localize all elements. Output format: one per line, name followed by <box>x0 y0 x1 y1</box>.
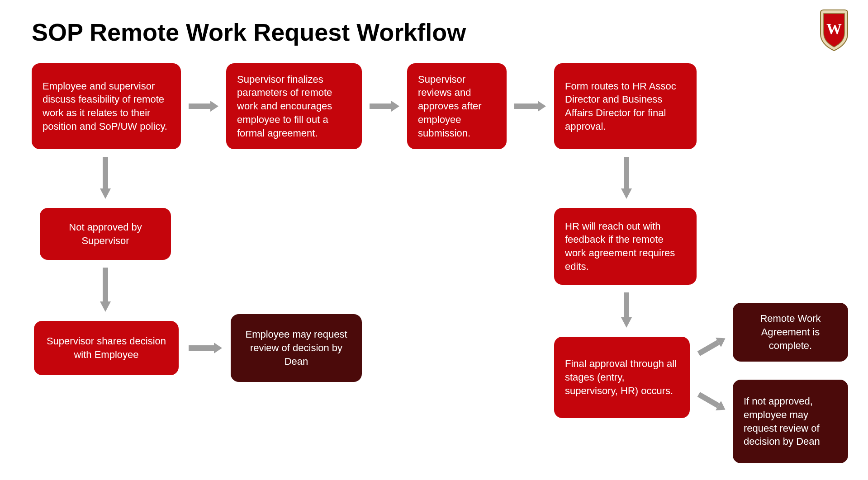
page-title: SOP Remote Work Request Workflow <box>32 18 466 46</box>
uw-crest-logo: W <box>818 9 850 52</box>
step-not-approved-review: If not approved, employee may request re… <box>733 380 848 463</box>
box-text: Supervisor reviews and approves after em… <box>418 73 496 140</box>
step-routes-to-hr: Form routes to HR Assoc Director and Bus… <box>554 63 697 149</box>
box-text: HR will reach out with feedback if the r… <box>565 220 686 273</box>
box-text: Supervisor shares decision with Employee <box>45 334 168 361</box>
svg-rect-9 <box>697 392 720 408</box>
arrow-diagonal-down-icon <box>694 389 730 416</box>
svg-rect-3 <box>103 157 108 188</box>
arrow-down-icon <box>96 156 114 201</box>
arrow-down-icon <box>617 156 636 201</box>
box-text: Not approved by Supervisor <box>51 221 160 247</box>
step-agreement-complete: Remote Work Agreement is complete. <box>733 303 848 362</box>
step-request-review-dean: Employee may request review of decision … <box>231 314 362 382</box>
arrow-right-icon <box>513 97 547 115</box>
arrow-right-icon <box>188 97 219 115</box>
step-finalize-parameters: Supervisor finalizes parameters of remot… <box>226 63 362 149</box>
logo-letter: W <box>826 20 842 37</box>
box-text: Employee and supervisor discuss feasibil… <box>43 80 170 133</box>
box-text: Form routes to HR Assoc Director and Bus… <box>565 80 686 133</box>
box-text: Employee may request review of decision … <box>242 328 351 368</box>
step-discuss-feasibility: Employee and supervisor discuss feasibil… <box>32 63 181 149</box>
svg-rect-0 <box>189 104 210 109</box>
box-text: Supervisor finalizes parameters of remot… <box>237 73 351 140</box>
step-supervisor-reviews: Supervisor reviews and approves after em… <box>407 63 507 149</box>
arrow-down-icon <box>617 292 636 330</box>
svg-rect-6 <box>624 157 629 188</box>
svg-rect-7 <box>624 292 629 317</box>
arrow-right-icon <box>369 97 400 115</box>
svg-rect-5 <box>189 345 214 351</box>
step-final-approval: Final approval through all stages (entry… <box>554 337 690 418</box>
step-hr-feedback: HR will reach out with feedback if the r… <box>554 208 697 285</box>
arrow-down-icon <box>96 267 114 314</box>
step-not-approved: Not approved by Supervisor <box>40 208 171 260</box>
step-supervisor-shares: Supervisor shares decision with Employee <box>34 321 179 375</box>
box-text: If not approved, employee may request re… <box>744 395 837 448</box>
box-text: Remote Work Agreement is complete. <box>744 312 837 352</box>
arrow-diagonal-up-icon <box>694 332 730 359</box>
svg-rect-1 <box>370 104 391 109</box>
box-text: Final approval through all stages (entry… <box>565 357 679 397</box>
svg-rect-4 <box>103 268 108 301</box>
svg-rect-2 <box>514 104 538 109</box>
svg-rect-8 <box>697 340 720 356</box>
arrow-right-icon <box>188 339 224 357</box>
